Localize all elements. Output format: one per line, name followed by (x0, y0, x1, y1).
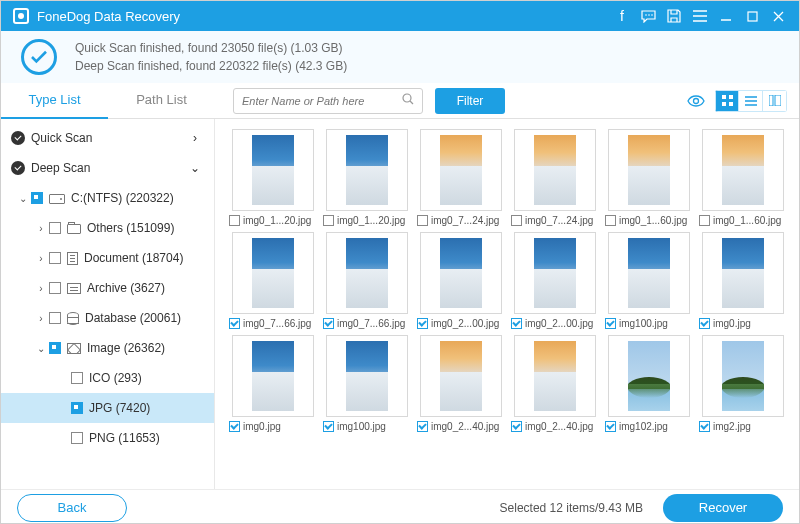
thumbnail[interactable] (420, 129, 502, 211)
checkbox[interactable] (49, 282, 61, 294)
file-checkbox[interactable] (699, 421, 710, 432)
thumbnail[interactable] (514, 232, 596, 314)
sidebar-archive[interactable]: › Archive (3627) (1, 273, 214, 303)
menu-icon[interactable] (687, 3, 713, 29)
file-checkbox[interactable] (511, 318, 522, 329)
sidebar-image[interactable]: ⌄ Image (26362) (1, 333, 214, 363)
thumbnail[interactable] (514, 335, 596, 417)
file-checkbox[interactable] (699, 215, 710, 226)
save-icon[interactable] (661, 3, 687, 29)
checkbox[interactable] (49, 222, 61, 234)
sidebar-others[interactable]: › Others (151099) (1, 213, 214, 243)
sidebar-document[interactable]: › Document (18704) (1, 243, 214, 273)
checkbox[interactable] (71, 432, 83, 444)
file-checkbox[interactable] (417, 318, 428, 329)
file-name: img0_2...00.jpg (431, 318, 499, 329)
file-checkbox[interactable] (323, 421, 334, 432)
app-title: FoneDog Data Recovery (37, 9, 180, 24)
thumbnail[interactable] (326, 232, 408, 314)
file-cell[interactable]: img0_2...00.jpg (417, 232, 505, 329)
file-checkbox[interactable] (323, 215, 334, 226)
search-input[interactable] (242, 95, 402, 107)
file-checkbox[interactable] (229, 215, 240, 226)
file-checkbox[interactable] (699, 318, 710, 329)
file-cell[interactable]: img0_7...24.jpg (511, 129, 599, 226)
thumbnail[interactable] (608, 129, 690, 211)
thumbnail[interactable] (326, 129, 408, 211)
file-cell[interactable]: img0_1...60.jpg (699, 129, 787, 226)
file-checkbox[interactable] (229, 421, 240, 432)
checkbox[interactable] (49, 252, 61, 264)
close-button[interactable] (765, 3, 791, 29)
chevron-right-icon: › (33, 223, 49, 234)
sidebar-png[interactable]: PNG (11653) (1, 423, 214, 453)
file-cell[interactable]: img0_2...00.jpg (511, 232, 599, 329)
file-checkbox[interactable] (417, 421, 428, 432)
file-cell[interactable]: img0_2...40.jpg (417, 335, 505, 432)
search-box[interactable] (233, 88, 423, 114)
file-cell[interactable]: img0_1...20.jpg (323, 129, 411, 226)
thumbnail[interactable] (702, 335, 784, 417)
view-grid-button[interactable] (715, 90, 739, 112)
file-checkbox[interactable] (605, 318, 616, 329)
file-name: img0_7...66.jpg (243, 318, 311, 329)
file-checkbox[interactable] (417, 215, 428, 226)
feedback-icon[interactable] (635, 3, 661, 29)
file-cell[interactable]: img2.jpg (699, 335, 787, 432)
facebook-icon[interactable]: f (609, 3, 635, 29)
file-cell[interactable]: img0_7...24.jpg (417, 129, 505, 226)
checkbox[interactable] (71, 402, 83, 414)
view-list-button[interactable] (739, 90, 763, 112)
thumbnail[interactable] (702, 129, 784, 211)
checkbox[interactable] (31, 192, 43, 204)
tab-type-list[interactable]: Type List (1, 83, 108, 119)
thumbnail[interactable] (608, 335, 690, 417)
checkbox[interactable] (49, 342, 61, 354)
sidebar-jpg[interactable]: JPG (7420) (1, 393, 214, 423)
thumbnail[interactable] (608, 232, 690, 314)
tab-path-list[interactable]: Path List (108, 83, 215, 119)
file-cell[interactable]: img102.jpg (605, 335, 693, 432)
file-cell[interactable]: img100.jpg (323, 335, 411, 432)
file-checkbox[interactable] (605, 421, 616, 432)
file-checkbox[interactable] (511, 215, 522, 226)
maximize-button[interactable] (739, 3, 765, 29)
back-button[interactable]: Back (17, 494, 127, 522)
checkbox[interactable] (49, 312, 61, 324)
sidebar-drive[interactable]: ⌄ C:(NTFS) (220322) (1, 183, 214, 213)
sidebar-deep-scan[interactable]: Deep Scan ⌄ (1, 153, 214, 183)
file-checkbox[interactable] (511, 421, 522, 432)
svg-rect-8 (722, 102, 726, 106)
file-cell[interactable]: img0_1...60.jpg (605, 129, 693, 226)
minimize-button[interactable] (713, 3, 739, 29)
sidebar-ico[interactable]: ICO (293) (1, 363, 214, 393)
file-cell[interactable]: img0_7...66.jpg (323, 232, 411, 329)
chevron-down-icon: ⌄ (188, 161, 202, 175)
sidebar-quick-scan[interactable]: Quick Scan › (1, 123, 214, 153)
thumbnail[interactable] (232, 232, 314, 314)
file-checkbox[interactable] (605, 215, 616, 226)
file-cell[interactable]: img0_7...66.jpg (229, 232, 317, 329)
file-cell[interactable]: img100.jpg (605, 232, 693, 329)
file-cell[interactable]: img0_2...40.jpg (511, 335, 599, 432)
search-icon[interactable] (402, 93, 414, 108)
thumbnail[interactable] (326, 335, 408, 417)
file-name: img100.jpg (619, 318, 668, 329)
thumbnail[interactable] (232, 129, 314, 211)
checkbox[interactable] (71, 372, 83, 384)
file-cell[interactable]: img0.jpg (699, 232, 787, 329)
filter-button[interactable]: Filter (435, 88, 505, 114)
thumbnail[interactable] (702, 232, 784, 314)
thumbnail[interactable] (420, 335, 502, 417)
thumbnail[interactable] (420, 232, 502, 314)
file-checkbox[interactable] (323, 318, 334, 329)
file-cell[interactable]: img0_1...20.jpg (229, 129, 317, 226)
view-detail-button[interactable] (763, 90, 787, 112)
file-checkbox[interactable] (229, 318, 240, 329)
recover-button[interactable]: Recover (663, 494, 783, 522)
sidebar-database[interactable]: › Database (20061) (1, 303, 214, 333)
preview-icon[interactable] (685, 90, 707, 112)
file-cell[interactable]: img0.jpg (229, 335, 317, 432)
thumbnail[interactable] (232, 335, 314, 417)
thumbnail[interactable] (514, 129, 596, 211)
